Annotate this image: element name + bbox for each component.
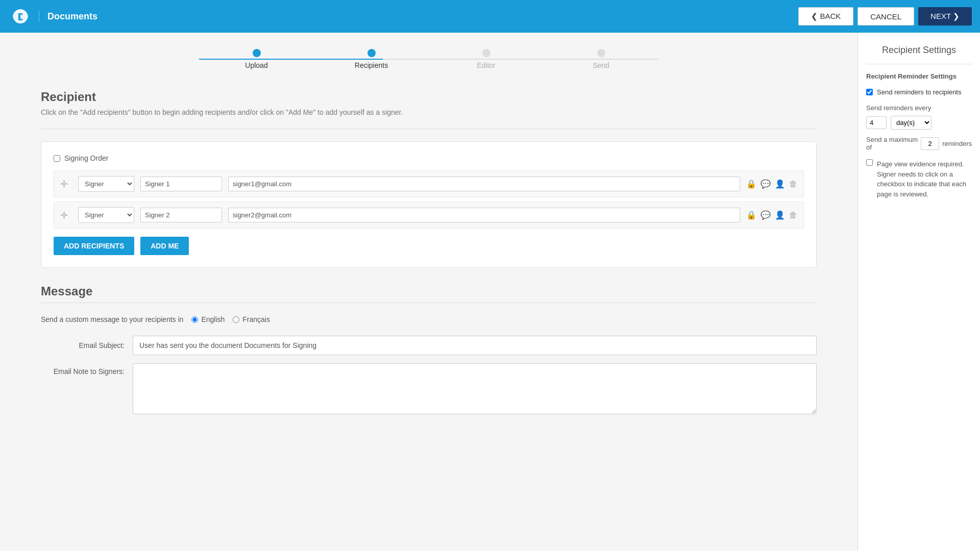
max-reminders-suffix: reminders [942,140,972,147]
row-actions-2: 🔒 💬 👤 🗑 [746,210,797,220]
delete-icon[interactable]: 🗑 [789,180,797,189]
row-actions-1: 🔒 💬 👤 🗑 [746,179,797,189]
max-reminders-input[interactable] [921,137,939,150]
lock-icon[interactable]: 🔒 [746,210,756,220]
message-section: Message Send a custom message to your re… [41,284,817,414]
lang-french-label: Français [242,315,270,323]
message-divider [41,303,817,303]
person-add-icon[interactable]: 👤 [775,179,785,189]
send-reminders-checkbox[interactable] [866,89,873,95]
app-title: Documents [39,11,97,22]
add-recipients-button[interactable]: ADD RECIPIENTS [54,237,134,255]
table-row: ✛ Signer Viewer Approver 🔒 💬 👤 🗑 [54,170,804,197]
back-button[interactable]: ❮ BACK [798,7,853,26]
lang-english-option[interactable]: English [191,315,225,323]
email-subject-row: Email Subject: [41,336,817,355]
header-left: Documents [8,4,97,29]
step-editor: Editor [429,49,544,69]
send-every-inputs: day(s) week(s) [866,116,972,130]
recipient-section-desc: Click on the "Add recipients" button to … [41,108,817,116]
recipient-divider [41,129,817,129]
signer-name-input-2[interactable] [140,208,222,222]
message-lang-prefix: Send a custom message to your recipients… [41,315,183,323]
main-layout: Upload Recipients Editor Send Recipient … [0,33,980,551]
email-subject-label: Email Subject: [41,341,133,349]
recipient-box: Signing Order ✛ Signer Viewer Approver 🔒… [41,141,817,268]
header-actions: ❮ BACK CANCEL NEXT ❯ [798,7,972,26]
email-subject-input[interactable] [133,336,817,355]
email-note-textarea[interactable] [133,363,817,414]
step-recipients: Recipients [314,49,429,69]
recipient-section-title: Recipient [41,90,817,104]
reminder-section-title: Recipient Reminder Settings [866,72,972,80]
step-label-send: Send [593,61,609,69]
progress-steps: Upload Recipients Editor Send [199,49,658,69]
signer-email-input-1[interactable] [228,177,740,191]
cancel-button[interactable]: CANCEL [857,7,914,26]
send-every-unit-select[interactable]: day(s) week(s) [891,116,932,130]
message-section-title: Message [41,284,817,298]
signer-role-select-2[interactable]: Signer Viewer Approver [78,207,134,223]
step-send: Send [544,49,658,69]
max-reminders-prefix: Send a maximum of [866,136,918,151]
send-every-label: Send reminders every [866,104,972,112]
recipient-actions: ADD RECIPIENTS ADD ME [54,237,804,255]
step-circle-recipients [368,49,376,57]
lang-french-radio[interactable] [233,316,239,323]
table-row: ✛ Signer Viewer Approver 🔒 💬 👤 🗑 [54,202,804,229]
max-reminders-row: Send a maximum of reminders [866,136,972,151]
sidebar-title: Recipient Settings [866,45,972,56]
content-area: Upload Recipients Editor Send Recipient … [0,33,857,551]
signing-order-checkbox[interactable] [54,155,60,162]
lang-french-option[interactable]: Français [233,315,270,323]
sidebar: Recipient Settings Recipient Reminder Se… [857,33,980,551]
signer-name-input-1[interactable] [140,177,222,191]
lang-english-radio[interactable] [191,316,198,323]
step-label-upload: Upload [245,61,267,69]
sidebar-divider [866,64,972,64]
add-me-button[interactable]: ADD ME [140,237,189,255]
message-language-row: Send a custom message to your recipients… [41,315,817,323]
step-circle-send [597,49,605,57]
delete-icon[interactable]: 🗑 [789,211,797,220]
signing-order-row: Signing Order [54,154,804,162]
person-add-icon[interactable]: 👤 [775,210,785,220]
signer-email-input-2[interactable] [228,208,740,222]
page-view-label: Page view evidence required. Signer need… [877,159,972,199]
send-reminders-row: Send reminders to recipients [866,88,972,96]
step-label-editor: Editor [477,61,496,69]
signer-role-select-1[interactable]: Signer Viewer Approver [78,176,134,192]
page-view-checkbox[interactable] [866,159,873,166]
header: Documents ❮ BACK CANCEL NEXT ❯ [0,0,980,33]
drag-handle-icon[interactable]: ✛ [60,179,68,190]
lock-icon[interactable]: 🔒 [746,179,756,189]
signing-order-label: Signing Order [64,154,108,162]
comment-icon[interactable]: 💬 [761,210,771,220]
step-label-recipients: Recipients [355,61,388,69]
step-circle-editor [482,49,491,57]
send-reminders-label: Send reminders to recipients [877,88,961,96]
page-view-row: Page view evidence required. Signer need… [866,159,972,199]
drag-handle-icon[interactable]: ✛ [60,210,68,221]
send-every-num-input[interactable] [866,116,887,129]
comment-icon[interactable]: 💬 [761,179,771,189]
step-upload: Upload [199,49,314,69]
email-note-row: Email Note to Signers: [41,363,817,414]
app-logo [8,4,33,29]
email-note-label: Email Note to Signers: [41,363,133,375]
next-button[interactable]: NEXT ❯ [918,7,972,26]
progress-bar: Upload Recipients Editor Send [41,49,817,69]
step-circle-upload [253,49,261,57]
lang-english-label: English [201,315,225,323]
